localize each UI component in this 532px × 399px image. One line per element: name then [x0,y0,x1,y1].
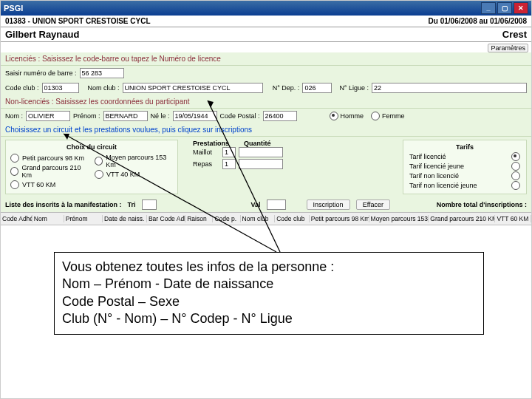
nligue-input[interactable] [372,83,527,93]
param-button[interactable]: Paramètres [488,44,528,52]
qte-header: Quantité [244,140,271,147]
t2-label: Tarif licencié jeune [409,163,464,170]
codeclub-input[interactable] [42,83,79,93]
opt2-radio[interactable] [95,157,103,166]
t4-radio[interactable] [511,181,520,190]
person-bar: Gilbert Raynaud Crest [1,27,531,42]
val-input[interactable] [267,200,286,210]
nom-input[interactable] [26,111,70,121]
prest2-extra[interactable] [239,159,283,169]
annot-l2: Nom – Prénom - Date de naissance [62,276,476,293]
opt4-radio[interactable] [95,170,103,179]
tarif-header: Tarifs [409,143,520,151]
org-bar: 01383 - UNION SPORT CRESTOISE CYCL Du 01… [1,16,531,27]
barcode-input[interactable] [80,68,124,78]
col-petit: Petit parcours 98 Km [310,215,369,222]
minimize-button[interactable]: _ [481,2,496,14]
prest1-label: Maillot [193,149,219,156]
col-nomclub: Nom club [241,215,276,222]
annot-l3: Code Postal – Sexe [62,293,476,310]
nom-label: Nom : [5,112,23,120]
homme-radio[interactable] [330,112,338,120]
t1-radio[interactable] [511,152,520,161]
ndep-label: N° Dep. : [273,84,300,92]
val-label: Val [251,201,261,208]
tri-input[interactable] [142,200,157,210]
opt2-label: Moyen parcours 153 Km [106,154,173,168]
t1-label: Tarif licencié [409,153,446,160]
licencies-title: Licenciés : Saisissez le code-barre ou t… [1,52,531,66]
codeclub-label: Code club : [5,84,39,92]
opt1-radio[interactable] [10,154,19,163]
prest1-qty[interactable] [222,147,236,157]
col-code: Code Adhér. [1,215,33,222]
opt5-label: VTT 60 KM [22,181,55,188]
nomclub-input[interactable] [123,83,263,93]
femme-label: Femme [382,112,405,120]
org-code: 01383 - UNION SPORT CRESTOISE CYCL [5,17,151,25]
col-barcode: Bar Code Adh. [147,215,185,222]
inscription-button[interactable]: Inscription [307,200,350,210]
date-range: Du 01/06/2008 au 01/06/2008 [429,17,527,25]
t3-label: Tarif non licencié [409,172,459,180]
t2-radio[interactable] [511,162,520,171]
titlebar: PSGI _ ▢ ✕ [1,1,531,16]
col-grand: Grand parcours 210 KM [429,215,495,222]
nomclub-label: Nom club : [88,84,120,92]
ndep-input[interactable] [302,83,332,93]
cp-input[interactable] [263,111,297,121]
opt3-label: Grand parcours 210 Km [21,164,89,179]
prenom-label: Prénom : [73,112,100,120]
tarif-box: Tarifs Tarif licencié Tarif licencié jeu… [403,140,527,194]
annot-l4: Club (N° - Nom) – N° Codep - N° Ligue [62,310,476,327]
ne-input[interactable] [173,111,217,121]
col-naiss: Date de naiss. [103,215,147,222]
effacer-button[interactable]: Effacer [356,200,390,210]
circuit-box: Choix du circuit Petit parcours 98 Km Gr… [5,140,178,194]
prenom-input[interactable] [103,111,148,121]
col-vtt: VTT 60 KM [495,215,531,222]
col-codeclub: Code club [275,215,310,222]
table-header: Code Adhér. Nom Prénom Date de naiss. Ba… [1,212,531,225]
annotation-box: Vous obtenez toutes les infos de la pers… [54,252,484,335]
prest-header: Prestations [193,140,229,147]
circuit-title: Choisissez un circuit et les prestations… [1,123,531,137]
prest2-label: Repas [193,160,219,168]
maximize-button[interactable]: ▢ [497,2,512,14]
barcode-label: Saisir numéro de barre : [5,69,77,77]
col-raison: Raison [185,215,213,222]
femme-radio[interactable] [371,112,380,120]
homme-label: Homme [341,112,364,120]
t3-radio[interactable] [511,171,520,180]
list-label: Liste des inscrits à la manifestation : [5,201,122,208]
col-moyen: Moyen parcours 153 [369,215,429,222]
opt5-radio[interactable] [10,180,19,189]
total-label: Nombre total d'inscriptions : [437,201,527,208]
opt4-label: VTT 40 KM [106,171,140,178]
nligue-label: N° Ligue : [339,84,369,92]
col-prenom: Prénom [64,215,103,222]
col-cp: Code p. [213,215,240,222]
ne-label: Né le : [151,112,170,120]
cp-label: Code Postal : [220,112,260,120]
circuit-header: Choix du circuit [10,143,173,151]
prest2-qty[interactable] [222,159,236,169]
t4-label: Tarif non licencié jeune [409,182,477,189]
annot-l1: Vous obtenez toutes les infos de la pers… [62,259,476,276]
prest1-extra[interactable] [239,147,283,157]
nonlic-title: Non-licenciés : Saisissez les coordonnée… [1,95,531,109]
opt1-label: Petit parcours 98 Km [22,154,84,162]
col-nom: Nom [33,215,64,222]
app-title: PSGI [4,4,23,13]
close-button[interactable]: ✕ [514,2,528,14]
tri-label: Tri [128,201,136,208]
city: Crest [502,29,527,40]
person-name: Gilbert Raynaud [5,29,79,40]
opt3-radio[interactable] [10,167,18,176]
